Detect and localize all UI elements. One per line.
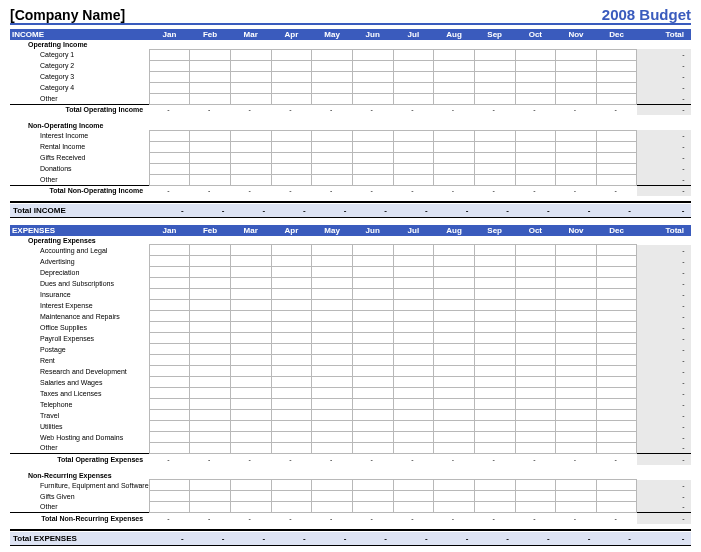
cell[interactable] — [190, 410, 231, 421]
cell[interactable] — [149, 344, 190, 355]
cell[interactable] — [230, 377, 271, 388]
cell[interactable] — [312, 130, 353, 141]
cell[interactable] — [556, 141, 597, 152]
cell[interactable] — [556, 130, 597, 141]
cell[interactable] — [352, 388, 393, 399]
cell[interactable] — [474, 421, 515, 432]
cell[interactable] — [149, 355, 190, 366]
cell[interactable] — [596, 245, 637, 256]
cell[interactable] — [556, 377, 597, 388]
cell[interactable] — [352, 432, 393, 443]
cell[interactable] — [352, 245, 393, 256]
cell[interactable] — [556, 502, 597, 513]
cell[interactable] — [393, 480, 434, 491]
cell[interactable] — [230, 141, 271, 152]
cell[interactable] — [230, 344, 271, 355]
cell[interactable] — [149, 245, 190, 256]
cell[interactable] — [596, 311, 637, 322]
cell[interactable] — [434, 421, 475, 432]
cell[interactable] — [434, 267, 475, 278]
cell[interactable] — [149, 152, 190, 163]
cell[interactable] — [312, 256, 353, 267]
cell[interactable] — [515, 93, 556, 104]
cell[interactable] — [393, 366, 434, 377]
cell[interactable] — [230, 163, 271, 174]
cell[interactable] — [434, 443, 475, 454]
cell[interactable] — [474, 410, 515, 421]
cell[interactable] — [149, 256, 190, 267]
cell[interactable] — [596, 60, 637, 71]
cell[interactable] — [190, 311, 231, 322]
cell[interactable] — [149, 71, 190, 82]
cell[interactable] — [352, 267, 393, 278]
cell[interactable] — [515, 410, 556, 421]
cell[interactable] — [230, 366, 271, 377]
cell[interactable] — [230, 421, 271, 432]
cell[interactable] — [393, 71, 434, 82]
cell[interactable] — [474, 60, 515, 71]
cell[interactable] — [312, 443, 353, 454]
cell[interactable] — [190, 432, 231, 443]
cell[interactable] — [474, 152, 515, 163]
cell[interactable] — [596, 300, 637, 311]
cell[interactable] — [556, 491, 597, 502]
cell[interactable] — [556, 410, 597, 421]
cell[interactable] — [149, 443, 190, 454]
cell[interactable] — [515, 245, 556, 256]
cell[interactable] — [556, 245, 597, 256]
cell[interactable] — [434, 49, 475, 60]
cell[interactable] — [596, 388, 637, 399]
cell[interactable] — [230, 502, 271, 513]
cell[interactable] — [149, 421, 190, 432]
cell[interactable] — [434, 82, 475, 93]
cell[interactable] — [596, 141, 637, 152]
cell[interactable] — [515, 377, 556, 388]
cell[interactable] — [352, 152, 393, 163]
cell[interactable] — [515, 152, 556, 163]
cell[interactable] — [271, 355, 312, 366]
cell[interactable] — [312, 366, 353, 377]
cell[interactable] — [190, 333, 231, 344]
cell[interactable] — [230, 60, 271, 71]
cell[interactable] — [312, 502, 353, 513]
cell[interactable] — [312, 300, 353, 311]
cell[interactable] — [596, 152, 637, 163]
cell[interactable] — [474, 502, 515, 513]
cell[interactable] — [352, 491, 393, 502]
cell[interactable] — [596, 49, 637, 60]
cell[interactable] — [515, 174, 556, 185]
cell[interactable] — [515, 130, 556, 141]
cell[interactable] — [556, 333, 597, 344]
cell[interactable] — [596, 256, 637, 267]
cell[interactable] — [556, 163, 597, 174]
cell[interactable] — [352, 93, 393, 104]
cell[interactable] — [393, 256, 434, 267]
cell[interactable] — [434, 174, 475, 185]
cell[interactable] — [434, 399, 475, 410]
cell[interactable] — [271, 366, 312, 377]
cell[interactable] — [556, 322, 597, 333]
cell[interactable] — [556, 355, 597, 366]
cell[interactable] — [312, 388, 353, 399]
cell[interactable] — [596, 267, 637, 278]
cell[interactable] — [230, 410, 271, 421]
cell[interactable] — [352, 366, 393, 377]
cell[interactable] — [312, 311, 353, 322]
cell[interactable] — [474, 256, 515, 267]
cell[interactable] — [596, 491, 637, 502]
cell[interactable] — [312, 60, 353, 71]
cell[interactable] — [352, 141, 393, 152]
cell[interactable] — [312, 322, 353, 333]
cell[interactable] — [434, 377, 475, 388]
cell[interactable] — [149, 93, 190, 104]
cell[interactable] — [271, 289, 312, 300]
cell[interactable] — [271, 300, 312, 311]
cell[interactable] — [515, 491, 556, 502]
cell[interactable] — [434, 432, 475, 443]
cell[interactable] — [393, 278, 434, 289]
cell[interactable] — [434, 152, 475, 163]
cell[interactable] — [190, 278, 231, 289]
cell[interactable] — [393, 322, 434, 333]
cell[interactable] — [271, 245, 312, 256]
cell[interactable] — [515, 480, 556, 491]
